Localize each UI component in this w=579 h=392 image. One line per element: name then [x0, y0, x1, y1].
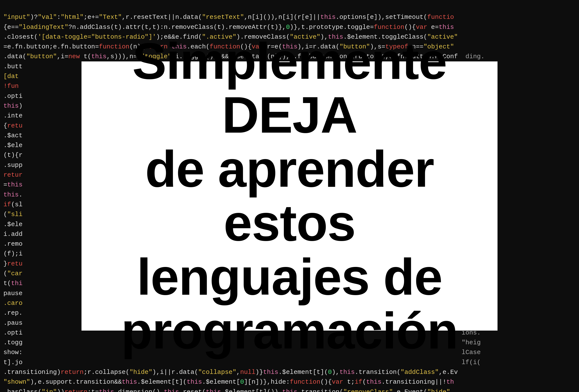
headline-line4: programación — [121, 304, 458, 358]
center-card: Simplemente DEJA de aprender estos lengu… — [81, 62, 498, 330]
headline-line2: de aprender estos — [101, 142, 478, 250]
headline-line3: lenguajes de — [137, 250, 442, 304]
headline-line1: Simplemente DEJA — [101, 34, 478, 142]
